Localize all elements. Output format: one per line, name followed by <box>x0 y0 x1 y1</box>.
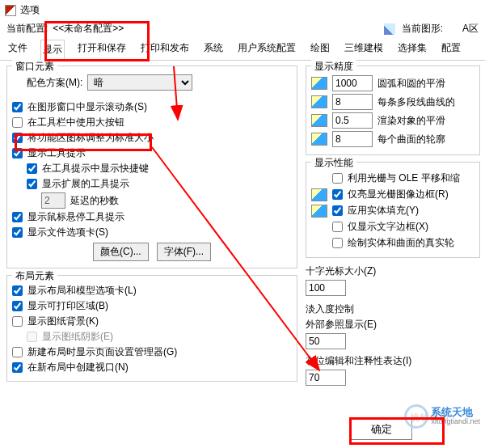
watermark: 系统天地 xitongtiandi.net <box>404 404 480 429</box>
label-viewport: 在新布局中创建视口(N) <box>27 361 129 374</box>
label-ext-tooltips: 显示扩展的工具提示 <box>42 177 129 191</box>
input-polyline[interactable] <box>332 94 373 110</box>
group-performance: 显示性能 利用光栅与 OLE 平移和缩 仅亮显光栅图像边框(R) 应用实体填充(… <box>306 162 480 258</box>
check-paper-shadow <box>27 332 37 342</box>
check-printable[interactable] <box>12 301 23 311</box>
label-rollover: 显示鼠标悬停工具提示 <box>27 210 124 224</box>
precision-icon <box>311 95 327 108</box>
label-delay: 延迟的秒数 <box>70 194 119 208</box>
inplace-label: 在位编辑和注释性表达(I) <box>306 354 480 368</box>
perf-icon <box>311 205 327 218</box>
tab-user-prefs[interactable]: 用户系统配置 <box>236 39 297 60</box>
label-page-setup: 新建布局时显示页面设置管理器(G) <box>27 345 177 359</box>
xref-label: 外部参照显示(E) <box>306 318 480 332</box>
color-scheme-label: 配色方案(M): <box>27 76 82 90</box>
label-large-buttons: 在工具栏中使用大按钮 <box>27 116 124 129</box>
label-ribbon-resize: 将功能区图标调整为标准大小 <box>27 131 154 145</box>
current-drawing-value: A区 <box>462 22 479 36</box>
group-layout-elements: 布局元素 显示布局和模型选项卡(L) 显示可打印区域(B) 显示图纸背景(K) … <box>6 275 297 382</box>
fonts-button[interactable]: 字体(F)... <box>157 243 211 261</box>
label-paper-shadow: 显示图纸阴影(E) <box>42 330 113 344</box>
tab-selection[interactable]: 选择集 <box>396 39 428 60</box>
check-layout-tabs[interactable] <box>12 285 23 296</box>
check-file-tabs[interactable] <box>12 227 23 238</box>
group-fade: 淡入度控制 外部参照显示(E) 在位编辑和注释性表达(I) <box>306 302 480 386</box>
group-window-elements: 窗口元素 配色方案(M): 暗 在图形窗口中显示滚动条(S) 在工具栏中使用大按… <box>6 66 297 268</box>
label-textframe: 仅显示文字边框(X) <box>348 220 428 234</box>
input-render[interactable] <box>332 112 373 129</box>
current-config-label: 当前配置: <box>6 22 48 36</box>
check-solid[interactable] <box>332 205 343 216</box>
group-title-window-elements: 窗口元素 <box>12 60 57 74</box>
tabs: 文件 显示 打开和保存 打印和发布 系统 用户系统配置 绘图 三维建模 选择集 … <box>0 39 485 61</box>
label-solid: 应用实体填充(Y) <box>348 204 419 218</box>
group-precision: 显示精度 圆弧和圆的平滑 每条多段线曲线的 渲染对象的平滑 每个曲面的轮廓 <box>306 66 480 155</box>
input-delay <box>41 192 65 209</box>
window-title: 选项 <box>20 3 40 17</box>
check-frame[interactable] <box>332 189 343 200</box>
tab-display[interactable]: 显示 <box>40 40 65 61</box>
group-title-layout-elements: 布局元素 <box>12 269 57 283</box>
label-render: 渲染对象的平滑 <box>377 114 445 128</box>
check-page-setup[interactable] <box>12 347 23 357</box>
input-contour[interactable] <box>332 131 373 147</box>
input-arc[interactable] <box>332 75 373 91</box>
drawing-icon <box>384 23 395 35</box>
label-scrollbars: 在图形窗口中显示滚动条(S) <box>27 100 147 114</box>
perf-icon <box>311 188 327 201</box>
check-textframe[interactable] <box>332 222 343 232</box>
group-title-performance: 显示性能 <box>311 156 356 170</box>
label-contour: 每个曲面的轮廓 <box>377 133 445 146</box>
color-scheme-select[interactable]: 暗 <box>87 74 192 91</box>
group-title-precision: 显示精度 <box>311 60 356 74</box>
label-arc: 圆弧和圆的平滑 <box>377 77 445 91</box>
watermark-text1: 系统天地 <box>431 407 480 418</box>
check-shortcuts[interactable] <box>27 163 37 174</box>
input-inplace[interactable] <box>306 370 346 386</box>
label-silhouette: 绘制实体和曲面的真实轮 <box>348 236 454 250</box>
check-paper-bg[interactable] <box>12 316 23 327</box>
tab-file[interactable]: 文件 <box>6 39 29 60</box>
label-paper-bg: 显示图纸背景(K) <box>27 315 99 328</box>
colors-button[interactable]: 颜色(C)... <box>93 243 149 261</box>
tab-profile[interactable]: 配置 <box>440 39 462 60</box>
tab-system[interactable]: 系统 <box>202 39 225 60</box>
app-logo <box>5 5 16 16</box>
label-polyline: 每条多段线曲线的 <box>377 95 455 109</box>
label-tooltips: 显示工具提示 <box>27 146 86 160</box>
precision-icon <box>311 133 327 146</box>
label-shortcuts: 在工具提示中显示快捷键 <box>42 162 149 175</box>
check-tooltips[interactable] <box>12 148 23 158</box>
check-ribbon-resize[interactable] <box>12 133 23 143</box>
label-layout-tabs: 显示布局和模型选项卡(L) <box>27 284 137 298</box>
tab-open-save[interactable]: 打开和保存 <box>76 39 128 60</box>
tab-modeling[interactable]: 三维建模 <box>343 39 385 60</box>
current-config-value: <<未命名配置>> <box>53 22 124 36</box>
check-rollover[interactable] <box>12 212 23 222</box>
crosshair-label: 十字光标大小(Z) <box>306 264 480 278</box>
label-ole: 利用光栅与 OLE 平移和缩 <box>348 171 460 185</box>
group-title-fade: 淡入度控制 <box>306 302 480 316</box>
watermark-icon <box>404 404 428 429</box>
input-crosshair[interactable] <box>306 280 346 296</box>
check-scrollbars[interactable] <box>12 102 23 112</box>
watermark-text2: xitongtiandi.net <box>431 418 480 426</box>
precision-icon <box>311 114 327 127</box>
check-ole[interactable] <box>332 173 343 184</box>
tab-drafting[interactable]: 绘图 <box>309 39 331 60</box>
ok-button[interactable]: 确定 <box>351 419 412 440</box>
check-viewport[interactable] <box>12 362 23 373</box>
current-drawing-label: 当前图形: <box>402 22 443 36</box>
label-file-tabs: 显示文件选项卡(S) <box>27 226 108 239</box>
precision-icon <box>311 77 327 90</box>
tab-print-publish[interactable]: 打印和发布 <box>139 39 191 60</box>
input-xref[interactable] <box>306 333 346 349</box>
check-ext-tooltips[interactable] <box>27 179 37 189</box>
label-frame: 仅亮显光栅图像边框(R) <box>348 188 449 201</box>
check-silhouette[interactable] <box>332 238 343 248</box>
check-large-buttons[interactable] <box>12 117 23 128</box>
label-printable: 显示可打印区域(B) <box>27 299 108 313</box>
